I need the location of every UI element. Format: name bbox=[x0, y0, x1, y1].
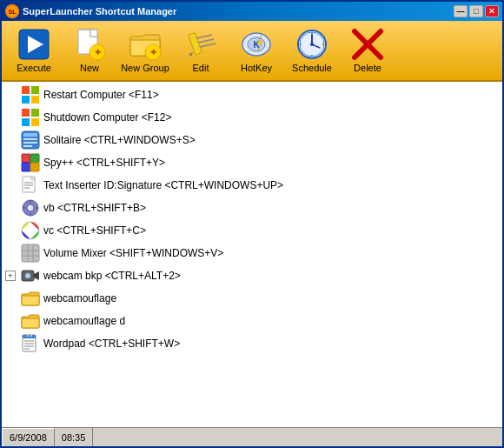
winlogo-icon bbox=[21, 108, 40, 127]
expand-placeholder bbox=[5, 225, 16, 236]
app-multi-icon bbox=[21, 153, 40, 172]
item-label: Restart Computer <F11> bbox=[43, 89, 159, 101]
expand-placeholder bbox=[5, 203, 16, 213]
item-label: webcamouflage bbox=[43, 292, 116, 304]
status-bar: 6/9/2008 08:35 bbox=[2, 427, 502, 446]
app-grid-icon bbox=[21, 244, 40, 263]
item-label: webcam bkp <CTRL+ALT+2> bbox=[43, 270, 181, 282]
item-label: Wordpad <CTRL+SHIFT+W> bbox=[43, 338, 180, 350]
hotkey-icon: K bbox=[239, 28, 274, 61]
app-doc-icon bbox=[21, 176, 40, 195]
svg-point-61 bbox=[27, 227, 34, 234]
svg-rect-57 bbox=[30, 213, 31, 216]
new-icon: ✦ bbox=[72, 28, 107, 61]
toolbar: Execute ✦ New bbox=[2, 21, 502, 82]
item-label: Volume Mixer <SHIFT+WINDOWS+V> bbox=[43, 247, 223, 259]
svg-rect-34 bbox=[22, 96, 30, 104]
svg-rect-59 bbox=[36, 207, 38, 209]
svg-line-14 bbox=[196, 35, 212, 38]
edit-button[interactable]: Edit bbox=[174, 24, 228, 77]
item-label: Spy++ <CTRL+SHIFT+Y> bbox=[43, 157, 165, 169]
svg-rect-35 bbox=[31, 96, 39, 104]
svg-text:✦: ✦ bbox=[149, 47, 157, 57]
svg-rect-37 bbox=[31, 109, 39, 117]
content-area: Restart Computer <F11> Shutdown Computer… bbox=[2, 82, 502, 427]
item-label: vc <CTRL+SHIFT+C> bbox=[43, 224, 146, 237]
svg-rect-36 bbox=[22, 109, 30, 117]
main-window: SL SuperLauncher Shortcut Manager — □ ✕ … bbox=[0, 0, 504, 448]
svg-rect-46 bbox=[30, 154, 39, 163]
svg-rect-7 bbox=[90, 30, 97, 37]
expand-placeholder bbox=[5, 180, 16, 191]
svg-marker-13 bbox=[189, 52, 193, 57]
item-label: Text Inserter ID:Signature <CTRL+WINDOWS… bbox=[43, 179, 283, 191]
list-item[interactable]: Restart Computer <F11> bbox=[2, 84, 502, 106]
list-item[interactable]: + webcam bkp <CTRL+ALT+2> bbox=[2, 264, 502, 287]
list-item[interactable]: Wordpad <CTRL+SHIFT+W> bbox=[2, 332, 502, 355]
edit-label: Edit bbox=[193, 63, 209, 73]
hotkey-button[interactable]: K HotKey bbox=[229, 24, 283, 77]
hotkey-label: HotKey bbox=[241, 63, 272, 73]
item-label: Shutdown Computer <F12> bbox=[43, 111, 171, 124]
svg-text:SL: SL bbox=[9, 9, 17, 15]
svg-rect-47 bbox=[22, 163, 30, 171]
new-button[interactable]: ✦ New bbox=[63, 24, 116, 77]
list-item[interactable]: Text Inserter ID:Signature <CTRL+WINDOWS… bbox=[2, 174, 502, 197]
app-notepad-icon bbox=[21, 334, 40, 353]
svg-rect-33 bbox=[31, 86, 39, 94]
schedule-button[interactable]: Schedule bbox=[285, 24, 339, 77]
item-list[interactable]: Restart Computer <F11> Shutdown Computer… bbox=[2, 82, 502, 427]
item-label: webcamouflage d bbox=[43, 315, 125, 327]
list-item[interactable]: Solitaire <CTRL+WINDOWS+S> bbox=[2, 129, 502, 151]
folder-icon bbox=[21, 311, 40, 331]
list-item[interactable]: Spy++ <CTRL+SHIFT+Y> bbox=[2, 151, 502, 174]
svg-rect-56 bbox=[30, 200, 31, 203]
expand-placeholder bbox=[5, 112, 16, 123]
expand-placeholder bbox=[5, 316, 16, 326]
execute-button[interactable]: Execute bbox=[7, 24, 61, 77]
expand-button[interactable]: + bbox=[5, 271, 16, 281]
list-item[interactable]: vc <CTRL+SHIFT+C> bbox=[2, 219, 502, 242]
svg-rect-41 bbox=[23, 133, 37, 137]
expand-placeholder bbox=[5, 90, 16, 100]
item-label: Solitaire <CTRL+WINDOWS+S> bbox=[43, 134, 196, 146]
schedule-label: Schedule bbox=[292, 63, 332, 73]
minimize-button[interactable]: — bbox=[454, 5, 468, 17]
svg-text:✦: ✦ bbox=[94, 47, 102, 57]
expand-placeholder bbox=[5, 135, 16, 145]
svg-marker-68 bbox=[34, 271, 39, 280]
expand-placeholder bbox=[5, 338, 16, 349]
list-item[interactable]: Shutdown Computer <F12> bbox=[2, 106, 502, 129]
title-bar-buttons: — □ ✕ bbox=[454, 5, 499, 17]
svg-rect-39 bbox=[31, 118, 39, 126]
svg-rect-12 bbox=[189, 33, 202, 55]
new-group-icon: ✦ bbox=[128, 28, 162, 61]
status-date: 6/9/2008 bbox=[2, 428, 55, 446]
svg-rect-43 bbox=[23, 142, 37, 144]
winlogo-icon bbox=[21, 85, 40, 104]
app-blue-icon bbox=[21, 130, 40, 150]
maximize-button[interactable]: □ bbox=[469, 5, 483, 17]
schedule-icon bbox=[295, 28, 329, 61]
new-group-button[interactable]: ✦ New Group bbox=[118, 24, 172, 77]
svg-rect-62 bbox=[22, 244, 39, 262]
delete-button[interactable]: Delete bbox=[341, 24, 395, 77]
edit-icon bbox=[183, 28, 218, 61]
title-bar-left: SL SuperLauncher Shortcut Manager bbox=[5, 4, 176, 18]
svg-rect-32 bbox=[22, 86, 30, 94]
delete-label: Delete bbox=[354, 63, 381, 73]
svg-line-16 bbox=[200, 43, 216, 47]
close-button[interactable]: ✕ bbox=[485, 5, 499, 17]
folder-icon bbox=[21, 289, 40, 308]
list-item[interactable]: webcamouflage bbox=[2, 287, 502, 310]
title-bar: SL SuperLauncher Shortcut Manager — □ ✕ bbox=[2, 2, 502, 21]
item-label: vb <CTRL+SHIFT+B> bbox=[43, 202, 146, 214]
svg-rect-38 bbox=[22, 118, 30, 126]
list-item[interactable]: Volume Mixer <SHIFT+WINDOWS+V> bbox=[2, 242, 502, 264]
list-item[interactable]: vb <CTRL+SHIFT+B> bbox=[2, 197, 502, 219]
svg-rect-45 bbox=[22, 154, 30, 163]
new-label: New bbox=[80, 63, 99, 73]
list-item[interactable]: webcamouflage d bbox=[2, 310, 502, 332]
svg-rect-44 bbox=[23, 145, 32, 147]
svg-rect-42 bbox=[23, 138, 37, 140]
